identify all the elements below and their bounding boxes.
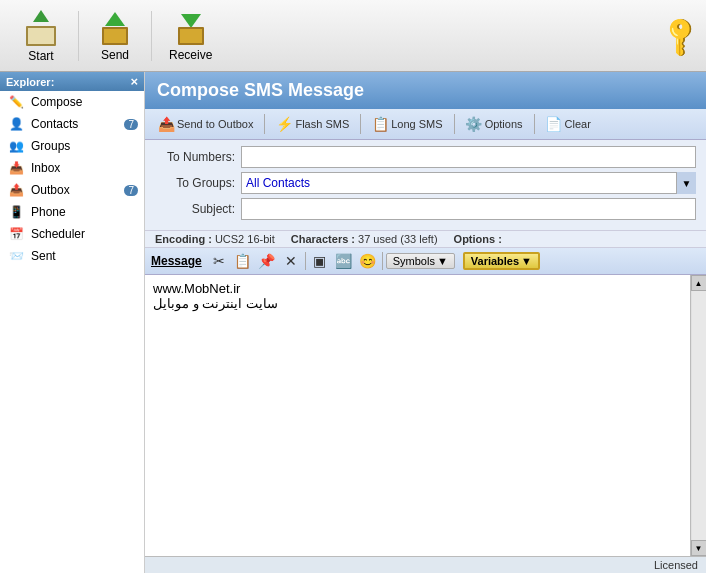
phone-icon: 📱 xyxy=(6,204,26,220)
sidebar-item-scheduler-label: Scheduler xyxy=(31,227,85,241)
copy-button[interactable]: 📋 xyxy=(232,250,254,272)
scroll-down-button[interactable]: ▼ xyxy=(691,540,707,556)
flash-sms-button[interactable]: ⚡ Flash SMS xyxy=(269,112,356,136)
options-button[interactable]: ⚙️ Options xyxy=(459,112,530,136)
clear-label: Clear xyxy=(565,118,591,130)
sidebar-item-scheduler[interactable]: 📅 Scheduler xyxy=(0,223,144,245)
sidebar: Explorer: × ✏️ Compose 👤 Contacts 7 👥 Gr… xyxy=(0,72,145,573)
content-area: Compose SMS Message 📤 Send to Outbox ⚡ F… xyxy=(145,72,706,573)
sidebar-item-phone-label: Phone xyxy=(31,205,66,219)
options-label: Options xyxy=(485,118,523,130)
clear-icon: 📄 xyxy=(546,116,562,132)
toolbar-separator-1 xyxy=(78,11,79,61)
long-sms-label: Long SMS xyxy=(391,118,442,130)
sidebar-item-inbox-label: Inbox xyxy=(31,161,60,175)
flash-icon: ⚡ xyxy=(276,116,292,132)
send-to-outbox-label: Send to Outbox xyxy=(177,118,253,130)
to-groups-select-wrapper: All Contacts Family Friends Work ▼ xyxy=(241,172,696,194)
sidebar-item-outbox[interactable]: 📤 Outbox 7 xyxy=(0,179,144,201)
sent-icon: 📨 xyxy=(6,248,26,264)
format-button[interactable]: 🔤 xyxy=(333,250,355,272)
encoding-label: Encoding : UCS2 16-bit xyxy=(155,233,275,245)
message-area: Message ✂ 📋 📌 ✕ ▣ 🔤 😊 Symbols ▼ Variable… xyxy=(145,248,706,556)
delete-button[interactable]: ✕ xyxy=(280,250,302,272)
toolbar-separator-2 xyxy=(151,11,152,61)
sidebar-item-inbox[interactable]: 📥 Inbox xyxy=(0,157,144,179)
characters-value: 37 used (33 left) xyxy=(358,233,438,245)
clear-button[interactable]: 📄 Clear xyxy=(539,112,598,136)
scheduler-icon: 📅 xyxy=(6,226,26,242)
to-numbers-row: To Numbers: xyxy=(155,146,696,168)
sidebar-close-button[interactable]: × xyxy=(130,75,138,88)
to-numbers-input[interactable] xyxy=(241,146,696,168)
flash-sms-label: Flash SMS xyxy=(295,118,349,130)
compose-title: Compose SMS Message xyxy=(157,80,364,100)
to-numbers-label: To Numbers: xyxy=(155,150,235,164)
send-outbox-icon: 📤 xyxy=(158,116,174,132)
status-text: Licensed xyxy=(654,559,698,571)
encoding-value: UCS2 16-bit xyxy=(215,233,275,245)
compose-header: Compose SMS Message xyxy=(145,72,706,109)
sidebar-item-contacts[interactable]: 👤 Contacts 7 xyxy=(0,113,144,135)
cut-button[interactable]: ✂ xyxy=(208,250,230,272)
outbox-badge: 7 xyxy=(124,185,138,196)
encoding-key: Encoding : xyxy=(155,233,212,245)
scroll-track xyxy=(692,291,706,540)
select-all-button[interactable]: ▣ xyxy=(309,250,331,272)
emoji-button[interactable]: 😊 xyxy=(357,250,379,272)
subject-input[interactable] xyxy=(241,198,696,220)
msg-toolbar-sep-1 xyxy=(305,252,306,270)
subject-row: Subject: xyxy=(155,198,696,220)
groups-icon: 👥 xyxy=(6,138,26,154)
sidebar-item-sent[interactable]: 📨 Sent xyxy=(0,245,144,267)
compose-icon: ✏️ xyxy=(6,94,26,110)
encoding-bar: Encoding : UCS2 16-bit Characters : 37 u… xyxy=(145,230,706,248)
message-toolbar: Message ✂ 📋 📌 ✕ ▣ 🔤 😊 Symbols ▼ Variable… xyxy=(145,248,706,275)
contacts-icon: 👤 xyxy=(6,116,26,132)
sidebar-item-outbox-label: Outbox xyxy=(31,183,70,197)
characters-key: Characters : xyxy=(291,233,355,245)
message-toolbar-label: Message xyxy=(151,254,202,268)
characters-info: Characters : 37 used (33 left) xyxy=(291,233,438,245)
start-button[interactable]: Start xyxy=(8,4,74,68)
symbols-arrow: ▼ xyxy=(437,255,448,267)
start-icon xyxy=(21,9,61,49)
variables-button[interactable]: Variables ▼ xyxy=(463,252,540,270)
sidebar-item-phone[interactable]: 📱 Phone xyxy=(0,201,144,223)
symbols-button[interactable]: Symbols ▼ xyxy=(386,253,455,269)
message-textarea[interactable] xyxy=(145,275,690,556)
sidebar-header: Explorer: × xyxy=(0,72,144,91)
send-to-outbox-button[interactable]: 📤 Send to Outbox xyxy=(151,112,260,136)
options-icon: ⚙️ xyxy=(466,116,482,132)
sidebar-item-compose-label: Compose xyxy=(31,95,82,109)
to-groups-label: To Groups: xyxy=(155,176,235,190)
sidebar-item-sent-label: Sent xyxy=(31,249,56,263)
start-label: Start xyxy=(28,49,53,63)
sidebar-title: Explorer: xyxy=(6,76,54,88)
sidebar-item-compose[interactable]: ✏️ Compose xyxy=(0,91,144,113)
scroll-up-button[interactable]: ▲ xyxy=(691,275,707,291)
to-groups-select[interactable]: All Contacts Family Friends Work xyxy=(241,172,696,194)
send-button[interactable]: Send xyxy=(83,5,147,67)
action-separator-3 xyxy=(454,114,455,134)
to-groups-row: To Groups: All Contacts Family Friends W… xyxy=(155,172,696,194)
paste-button[interactable]: 📌 xyxy=(256,250,278,272)
receive-button[interactable]: Receive xyxy=(156,5,225,67)
toolbar-right: 🔑 xyxy=(663,19,698,52)
message-scrollbar: ▲ ▼ xyxy=(690,275,706,556)
form-area: To Numbers: To Groups: All Contacts Fami… xyxy=(145,140,706,230)
subject-label: Subject: xyxy=(155,202,235,216)
contacts-badge: 7 xyxy=(124,119,138,130)
status-bar: Licensed xyxy=(145,556,706,573)
inbox-icon: 📥 xyxy=(6,160,26,176)
long-sms-button[interactable]: 📋 Long SMS xyxy=(365,112,449,136)
long-sms-icon: 📋 xyxy=(372,116,388,132)
sidebar-item-contacts-label: Contacts xyxy=(31,117,78,131)
toolbar: Start Send Receive 🔑 xyxy=(0,0,706,72)
sidebar-item-groups[interactable]: 👥 Groups xyxy=(0,135,144,157)
action-bar: 📤 Send to Outbox ⚡ Flash SMS 📋 Long SMS … xyxy=(145,109,706,140)
options-info: Options : xyxy=(454,233,502,245)
main-layout: Explorer: × ✏️ Compose 👤 Contacts 7 👥 Gr… xyxy=(0,72,706,573)
send-label: Send xyxy=(101,48,129,62)
key-icon: 🔑 xyxy=(656,11,704,59)
